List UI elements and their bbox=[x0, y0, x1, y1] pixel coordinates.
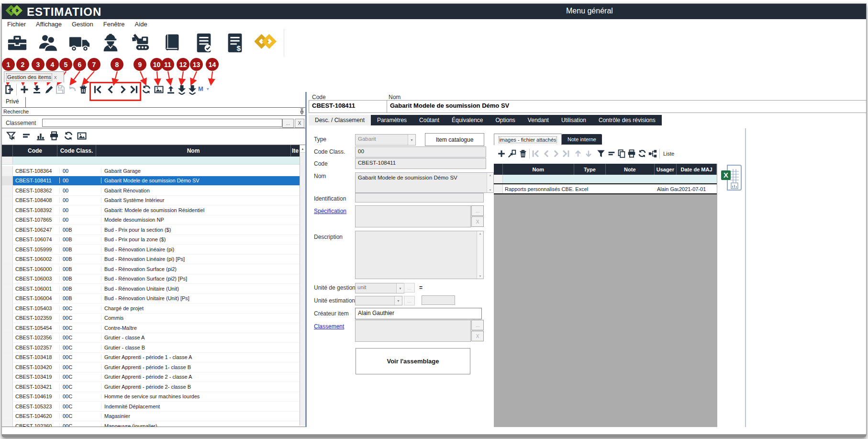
description-field[interactable]: ▲▼ bbox=[355, 231, 484, 279]
items-table-row[interactable]: CBEST-103418 00C Grutier Apprenti - péri… bbox=[2, 353, 305, 363]
pin-icon[interactable] bbox=[299, 108, 305, 115]
classement-clear-button[interactable]: X bbox=[295, 119, 304, 128]
worker-hardhat-icon[interactable] bbox=[95, 29, 126, 56]
items-table-row[interactable]: CBEST-104619 00C Homme de service sur ma… bbox=[2, 392, 305, 402]
row-selector[interactable] bbox=[2, 166, 13, 176]
print-icon[interactable] bbox=[49, 131, 59, 141]
items-table-row[interactable]: CBEST-108364 00 Gabarit Garage bbox=[2, 166, 305, 176]
menu-aide[interactable]: Aide bbox=[134, 20, 148, 29]
classement-link[interactable]: Classement bbox=[314, 323, 344, 330]
col-note[interactable]: Note bbox=[606, 164, 655, 175]
items-table-row[interactable]: CBEST-103421 00C Grutier Apprenti - péri… bbox=[2, 382, 305, 392]
add-button[interactable] bbox=[19, 84, 30, 95]
type-select[interactable]: Gabarit▼ bbox=[355, 134, 416, 146]
excel-file-icon[interactable]: X bbox=[721, 165, 744, 192]
nav-first-button[interactable] bbox=[93, 84, 103, 95]
items-table-row[interactable]: CBEST-106004 00B Bud - Rénovation Unitai… bbox=[2, 294, 305, 304]
document-dollar-icon[interactable]: $ bbox=[219, 29, 251, 56]
upload-button[interactable] bbox=[166, 84, 176, 95]
specification-clear-button[interactable]: X bbox=[471, 216, 484, 227]
col-code[interactable]: Code bbox=[13, 145, 57, 157]
attach-move-up-button[interactable] bbox=[573, 149, 583, 158]
unite-estimation-more-button[interactable]: ... bbox=[404, 296, 415, 305]
items-table-row[interactable]: CBEST-105454 00C Contre-Maître bbox=[2, 323, 305, 333]
items-table-row[interactable]: CBEST-106074 00B Bud - Prix pour la zone… bbox=[2, 235, 305, 245]
attach-copy-icon[interactable] bbox=[617, 149, 626, 158]
unite-estimation-select[interactable]: ▼ bbox=[355, 296, 402, 305]
nav-last-button[interactable] bbox=[128, 84, 139, 95]
items-table-row[interactable]: CBEST-103419 00C Grutier Apprenti - péri… bbox=[2, 372, 305, 383]
createur-field[interactable]: Alain Gauthier bbox=[355, 308, 482, 319]
attach-nav-last-button[interactable] bbox=[561, 149, 570, 158]
row-selector[interactable] bbox=[2, 284, 13, 293]
attach-delete-button[interactable] bbox=[518, 149, 528, 158]
row-selector[interactable] bbox=[2, 264, 13, 274]
row-selector[interactable] bbox=[2, 323, 13, 333]
tab-options[interactable]: Options bbox=[490, 115, 522, 125]
items-table-row[interactable]: CBEST-108392 00 Gabarit: Modele de soumi… bbox=[2, 205, 305, 215]
close-icon[interactable]: x bbox=[54, 74, 57, 80]
document-check-icon[interactable] bbox=[188, 29, 220, 56]
items-table-row[interactable]: CBEST-108362 00 Gabarit Rénovation bbox=[2, 186, 305, 196]
tab-controle-revisions[interactable]: Contrôle des révisions bbox=[592, 115, 662, 125]
unite-conversion-field[interactable] bbox=[422, 295, 455, 305]
items-table-row[interactable]: CBEST-105999 00B Bud - Rénovation Linéai… bbox=[2, 245, 305, 255]
row-selector[interactable] bbox=[2, 186, 13, 195]
classement-field[interactable] bbox=[355, 320, 471, 342]
col-usager[interactable]: Usager bbox=[655, 164, 677, 175]
search-bar[interactable]: Recherche bbox=[1, 107, 307, 116]
attach-nav-next-button[interactable] bbox=[551, 149, 561, 158]
row-selector[interactable] bbox=[2, 421, 13, 427]
scroll-up-icon[interactable]: ▲ bbox=[300, 145, 305, 153]
row-selector[interactable] bbox=[2, 245, 13, 254]
image-button[interactable] bbox=[154, 84, 164, 95]
attach-hierarchy-icon[interactable] bbox=[648, 149, 657, 158]
specification-link[interactable]: Spécification bbox=[314, 208, 346, 214]
items-table-row[interactable]: CBEST-106247 00B Bud - Prix pour la sect… bbox=[2, 225, 305, 235]
classement-clear-button[interactable]: X bbox=[471, 331, 484, 341]
attach-insert-button[interactable] bbox=[507, 149, 517, 158]
row-selector[interactable] bbox=[2, 412, 13, 421]
unite-gestion-more-button[interactable]: ... bbox=[404, 283, 415, 293]
toolbox-icon[interactable] bbox=[1, 29, 33, 56]
col-code-class[interactable]: Code Class. bbox=[57, 145, 96, 157]
edit-pencil-button[interactable] bbox=[44, 84, 55, 95]
delete-trash-button[interactable] bbox=[78, 84, 89, 95]
items-table-row[interactable]: CBEST-102359 00C Commis bbox=[2, 314, 305, 324]
row-selector[interactable] bbox=[2, 294, 13, 304]
row-selector[interactable] bbox=[2, 353, 13, 362]
panel-splitter[interactable] bbox=[305, 92, 307, 427]
row-selector[interactable] bbox=[2, 314, 13, 323]
chart-icon[interactable] bbox=[35, 131, 46, 141]
code-class-field[interactable]: 00 bbox=[355, 146, 486, 158]
specification-field[interactable] bbox=[355, 205, 471, 227]
code-field[interactable]: CBEST-108411 bbox=[355, 158, 486, 169]
items-table-row[interactable]: CBEST-106003 00B Bud - Rénovation Surfac… bbox=[2, 274, 305, 284]
filter-clear-icon[interactable] bbox=[6, 131, 16, 141]
menu-gestion[interactable]: Gestion bbox=[71, 20, 94, 29]
items-table-row[interactable]: CBEST-102360 00C Manoeuvre (journalier) bbox=[2, 421, 305, 427]
import-item-button[interactable] bbox=[32, 84, 42, 95]
tab-vendant[interactable]: Vendant bbox=[522, 115, 555, 125]
tab-desc-classement[interactable]: Desc. / Classement bbox=[309, 115, 371, 125]
attachment-row[interactable]: Rapports personnalisés CBE. Excel Alain … bbox=[494, 183, 717, 194]
download-all-button[interactable] bbox=[187, 84, 198, 95]
tab-images-fichiers[interactable]: images - fichier attachés bbox=[494, 134, 562, 145]
identification-field[interactable] bbox=[355, 193, 484, 203]
row-selector[interactable] bbox=[2, 157, 13, 164]
row-selector[interactable] bbox=[2, 304, 13, 313]
tab-parametres[interactable]: Paramètres bbox=[371, 115, 413, 125]
row-selector[interactable] bbox=[2, 274, 13, 284]
row-selector[interactable] bbox=[2, 362, 13, 372]
menu-fenetre[interactable]: Fenêtre bbox=[102, 20, 126, 29]
m-menu-button[interactable]: M ▾ bbox=[198, 85, 209, 92]
items-table-row[interactable]: CBEST-106001 00B Bud - Rénovation Unitai… bbox=[2, 284, 305, 294]
row-selector[interactable] bbox=[2, 225, 13, 235]
tab-equivalence[interactable]: Équivalence bbox=[445, 115, 489, 125]
row-selector[interactable] bbox=[2, 255, 13, 264]
refresh-button[interactable] bbox=[141, 84, 152, 95]
attach-filter-icon[interactable] bbox=[596, 149, 606, 158]
row-selector[interactable] bbox=[2, 215, 13, 225]
catalogue-book-icon[interactable] bbox=[157, 29, 189, 56]
items-table-row[interactable]: CBEST-105323 00C Indemnité Déplacement bbox=[2, 402, 305, 412]
